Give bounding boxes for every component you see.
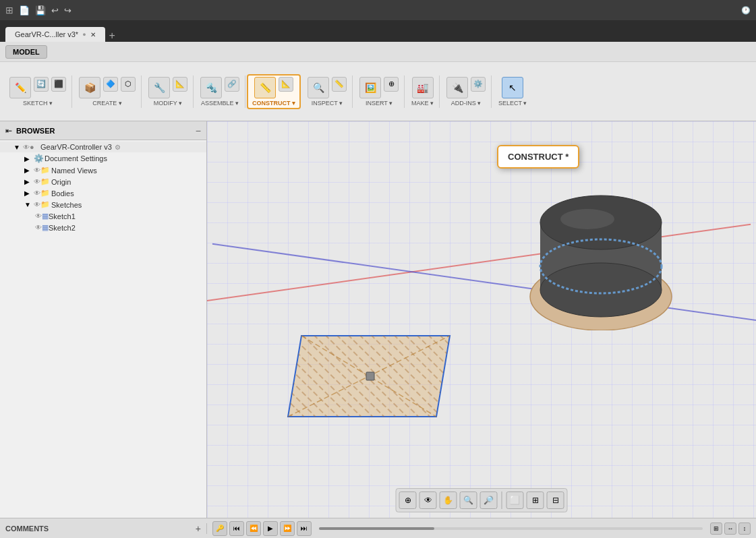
comments-plus-icon[interactable]: + (196, 523, 201, 534)
toolbar-top: MODEL (0, 42, 756, 62)
vp-hand-button[interactable]: ✋ (440, 491, 457, 509)
tree-origin[interactable]: ▶ 👁 📁 Origin (0, 176, 206, 187)
viewport-canvas[interactable]: CONSTRUCT * ⊕ 👁 ✋ 🔍 🔎 ⬜ ⊞ ⊟ (207, 121, 756, 518)
playback-prev-frame[interactable]: ⏮ (229, 521, 244, 536)
inspect-icon[interactable]: 🔍 (308, 77, 329, 98)
sketch2-eye[interactable]: 👁 (35, 224, 42, 231)
svg-point-4 (560, 209, 614, 229)
select-icon[interactable]: ↖ (502, 77, 523, 98)
playback-step-back[interactable]: ⏪ (246, 521, 261, 536)
toolbar-make[interactable]: 🏭 MAKE ▾ (406, 76, 440, 108)
make-icon[interactable]: 🏭 (412, 77, 434, 98)
undo-icon[interactable]: ↩ (51, 5, 59, 16)
tree-sketch2[interactable]: 👁 ▦ Sketch2 (0, 222, 206, 233)
sketches-arrow[interactable]: ▼ (24, 201, 34, 208)
vp-display-button[interactable]: ⬜ (506, 491, 524, 509)
create-icon[interactable]: 📦 (79, 77, 100, 98)
vp-zoomfit-button[interactable]: 🔎 (480, 491, 498, 509)
sketches-eye[interactable]: 👁 (34, 201, 40, 208)
tree-root[interactable]: ▼ 👁 ● GearVR-Controller v3 ⚙ (0, 142, 206, 152)
root-settings-icon[interactable]: ⚙ (115, 144, 121, 151)
playback-play[interactable]: ▶ (263, 521, 278, 536)
origin-label: Origin (51, 178, 71, 186)
origin-arrow[interactable]: ▶ (24, 178, 34, 185)
tree-sketch1[interactable]: 👁 ▦ Sketch1 (0, 210, 206, 222)
modify-icon[interactable]: 🔧 (148, 77, 170, 98)
sketch-sub1[interactable]: 🔄 (34, 77, 49, 92)
doc-settings-arrow[interactable]: ▶ (24, 155, 34, 162)
sketch1-icon: ▦ (42, 212, 49, 220)
toolbar-select[interactable]: ↖ SELECT ▾ (493, 76, 532, 108)
addins-sub1[interactable]: ⚙️ (471, 77, 486, 92)
sketch-sub2[interactable]: ⬛ (51, 77, 66, 92)
toolbar-inspect[interactable]: 🔍 📏 INSPECT ▾ (302, 76, 353, 108)
playback-step-fwd[interactable]: ⏩ (280, 521, 295, 536)
root-eye-icon[interactable]: 👁 (23, 144, 30, 151)
playback-next-frame[interactable]: ⏭ (297, 521, 312, 536)
named-views-arrow[interactable]: ▶ (24, 167, 34, 174)
browser-minimize-icon[interactable]: − (196, 125, 201, 136)
bodies-arrow[interactable]: ▶ (24, 189, 34, 197)
timeline-btn3[interactable]: ↕ (738, 522, 751, 535)
addins-label: ADD-INS ▾ (451, 100, 482, 107)
sketch1-eye[interactable]: 👁 (35, 212, 42, 220)
tree-sketches[interactable]: ▼ 👁 📁 Sketches (0, 199, 206, 210)
toolbar-create[interactable]: 📦 🔷 ⬡ CREATE ▾ (74, 76, 142, 108)
comments-section: COMMENTS + (0, 523, 207, 534)
file-icon[interactable]: 📄 (19, 5, 30, 16)
toolbar-assemble[interactable]: 🔩 🔗 ASSEMBLE ▾ (195, 76, 245, 108)
inspect-sub1[interactable]: 📏 (332, 77, 347, 92)
playback-key-icon[interactable]: 🔑 (212, 521, 227, 536)
create-sub1[interactable]: 🔷 (103, 77, 118, 92)
named-views-eye[interactable]: 👁 (34, 167, 40, 174)
tree-bodies[interactable]: ▶ 👁 📁 Bodies (0, 187, 206, 199)
timeline-track (319, 527, 703, 530)
toolbar-sketch[interactable]: ✏️ 🔄 ⬛ SKETCH ▾ (4, 76, 72, 108)
make-label: MAKE ▾ (411, 100, 434, 107)
doc-settings-label: Document Settings (45, 154, 107, 162)
toolbar-insert[interactable]: 🖼️ ⊕ INSERT ▾ (354, 76, 405, 108)
origin-eye[interactable]: 👁 (34, 178, 40, 185)
construct-icon[interactable]: 📏 (254, 77, 276, 98)
tree-doc-settings[interactable]: ▶ ⚙️ Document Settings (0, 152, 206, 165)
named-views-label: Named Views (51, 167, 97, 175)
assemble-icon[interactable]: 🔩 (200, 77, 222, 98)
assemble-label: ASSEMBLE ▾ (201, 100, 239, 107)
active-tab[interactable]: GearVR-C...ller v3* ● ✕ (5, 27, 105, 42)
create-sub2[interactable]: ⬡ (121, 77, 136, 92)
vp-grid2-button[interactable]: ⊟ (547, 491, 564, 509)
model-button[interactable]: MODEL (5, 45, 47, 59)
tree-named-views[interactable]: ▶ 👁 📁 Named Views (0, 165, 206, 176)
construct-sub1[interactable]: 📐 (279, 77, 293, 92)
insert-sub1[interactable]: ⊕ (384, 77, 399, 92)
redo-icon[interactable]: ↪ (64, 5, 71, 16)
tab-close[interactable]: ✕ (90, 31, 96, 38)
timeline-btn1[interactable]: ⊞ (710, 522, 722, 535)
create-label: CREATE ▾ (92, 100, 121, 107)
browser-collapse-icon[interactable]: ⇤ (5, 126, 12, 136)
vp-grid-button[interactable]: ⊞ (527, 491, 544, 509)
bodies-eye[interactable]: 👁 (34, 189, 40, 197)
svg-rect-12 (366, 372, 374, 380)
modify-label: MODIFY ▾ (154, 100, 182, 107)
save-icon[interactable]: 💾 (35, 5, 46, 16)
toolbar-addins[interactable]: 🔌 ⚙️ ADD-INS ▾ (441, 76, 492, 108)
modify-sub1[interactable]: 📐 (173, 77, 187, 92)
vp-snap-button[interactable]: ⊕ (399, 491, 417, 509)
toolbar-construct[interactable]: 📏 📐 CONSTRUCT ▾ (247, 74, 301, 109)
timeline-btn2[interactable]: ↔ (724, 522, 736, 535)
sketches-label: Sketches (51, 201, 82, 209)
sketch-plane-svg (261, 322, 463, 430)
root-arrow[interactable]: ▼ (13, 144, 23, 151)
addins-icon[interactable]: 🔌 (446, 77, 468, 98)
vp-zoomin-button[interactable]: 🔍 (460, 491, 477, 509)
tab-add-button[interactable]: + (105, 30, 119, 42)
root-label: GearVR-Controller v3 (40, 143, 112, 151)
toolbar-modify[interactable]: 🔧 📐 MODIFY ▾ (143, 76, 194, 108)
sketch-icon[interactable]: ✏️ (9, 77, 31, 98)
insert-icon[interactable]: 🖼️ (359, 77, 381, 98)
assemble-sub1[interactable]: 🔗 (225, 77, 239, 92)
vp-view-button[interactable]: 👁 (419, 491, 437, 509)
viewport[interactable]: CONSTRUCT * ⊕ 👁 ✋ 🔍 🔎 ⬜ ⊞ ⊟ (207, 121, 756, 518)
timeline-progress (319, 527, 434, 530)
